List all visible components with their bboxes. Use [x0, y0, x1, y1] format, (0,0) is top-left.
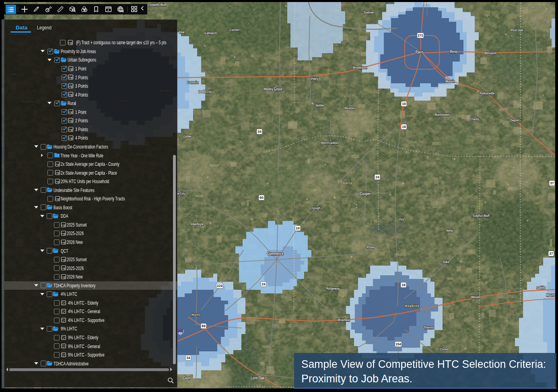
svg-text:Thermo: Thermo	[424, 325, 434, 330]
svg-text:19: 19	[402, 102, 406, 106]
svg-text:Cash: Cash	[183, 376, 190, 380]
svg-text:Mount: Mount	[546, 293, 555, 297]
svg-text:Paris: Paris	[416, 50, 424, 54]
svg-text:Commerce: Commerce	[267, 251, 284, 256]
svg-text:19: 19	[402, 125, 406, 129]
svg-text:154: 154	[395, 342, 401, 346]
svg-text:Posey: Posey	[367, 245, 375, 249]
svg-text:24: 24	[296, 226, 300, 230]
svg-text:Post Oak: Post Oak	[511, 28, 523, 32]
svg-text:Ridgeway: Ridgeway	[327, 286, 340, 291]
svg-text:24: 24	[375, 175, 379, 179]
svg-text:Marvin: Marvin	[446, 79, 455, 83]
svg-text:Brookston: Brookston	[353, 65, 367, 70]
svg-text:Clardy: Clardy	[471, 117, 479, 121]
svg-text:Gober: Gober	[183, 134, 192, 138]
svg-text:271: 271	[418, 33, 423, 37]
svg-text:Honey Grove: Honey Grove	[264, 87, 282, 91]
svg-text:Cooper: Cooper	[360, 192, 371, 196]
svg-text:37: 37	[549, 252, 553, 256]
svg-text:Saltillo: Saltillo	[537, 285, 546, 290]
svg-text:Noble: Noble	[316, 103, 324, 107]
svg-text:24: 24	[261, 282, 266, 286]
svg-text:Gough: Gough	[312, 206, 321, 210]
svg-text:Hopkins: Hopkins	[405, 304, 420, 308]
svg-text:Weaver: Weaver	[471, 295, 481, 299]
svg-text:34: 34	[186, 356, 190, 360]
svg-text:Aberfoyle: Aberfoyle	[191, 222, 204, 226]
svg-text:Hunt: Hunt	[192, 313, 200, 317]
svg-text:Delta: Delta	[343, 181, 352, 185]
svg-text:34: 34	[257, 130, 261, 134]
svg-text:Nelta: Nelta	[447, 229, 453, 233]
svg-text:Brashear: Brashear	[338, 318, 350, 322]
svg-text:19: 19	[402, 283, 406, 287]
svg-text:Sulphur Bluff: Sulphur Bluff	[473, 214, 490, 218]
svg-text:Reno: Reno	[450, 50, 458, 54]
svg-text:Tira: Tira	[399, 217, 404, 221]
svg-text:Blossom: Blossom	[484, 51, 496, 55]
svg-text:Ben Franklin: Ben Franklin	[321, 140, 339, 145]
svg-text:Fannin: Fannin	[187, 80, 199, 85]
svg-text:Como: Como	[440, 347, 448, 351]
svg-text:Carson: Carson	[230, 27, 239, 32]
svg-text:Deport: Deport	[511, 118, 520, 122]
svg-text:37: 37	[550, 181, 554, 185]
svg-text:Biardstown: Biardstown	[435, 113, 449, 117]
svg-text:Lamasco: Lamasco	[205, 31, 217, 35]
svg-text:69: 69	[202, 324, 206, 328]
svg-text:Dike: Dike	[443, 260, 449, 264]
svg-text:Lone Oak: Lone Oak	[251, 376, 264, 380]
svg-text:hoe: hoe	[179, 30, 185, 34]
svg-text:Dodd City: Dodd City	[199, 89, 212, 94]
svg-text:60: 60	[259, 196, 264, 200]
svg-text:30: 30	[179, 331, 182, 335]
svg-text:Roxton: Roxton	[345, 106, 354, 110]
svg-text:Pattonville: Pattonville	[480, 91, 494, 95]
svg-text:Petty: Petty	[311, 76, 319, 81]
svg-text:Sumner: Sumner	[364, 10, 374, 14]
svg-text:Sowells Bluff: Sowells Bluff	[150, 3, 167, 7]
svg-text:224: 224	[217, 284, 222, 288]
